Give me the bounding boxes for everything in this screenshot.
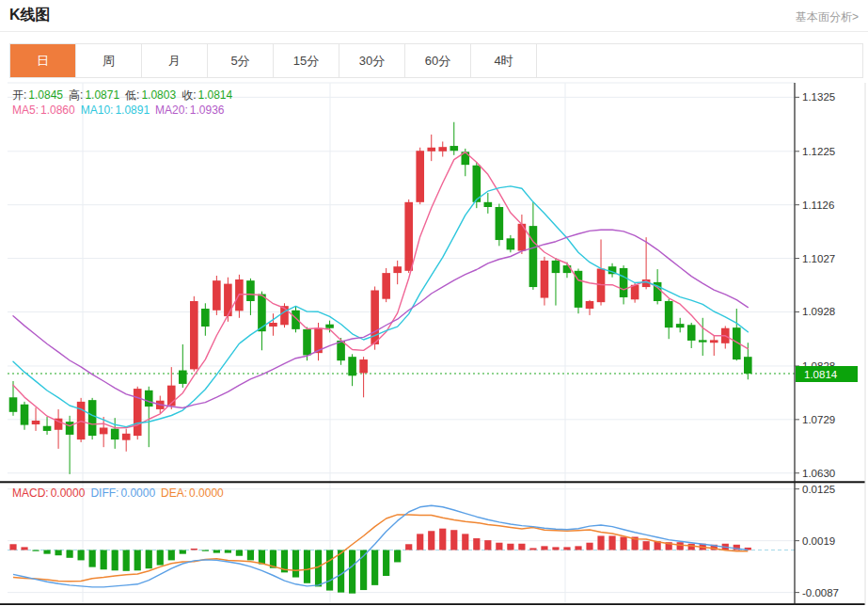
kline-chart-panel[interactable]: 1.13251.12251.11261.10271.09281.08281.07… bbox=[0, 79, 868, 606]
macd-bar bbox=[473, 538, 480, 550]
main-axis-label: 1.1325 bbox=[802, 91, 835, 103]
candle-body bbox=[21, 405, 29, 425]
macd-bar bbox=[67, 550, 73, 558]
last-price-badge-value: 1.0814 bbox=[804, 369, 838, 380]
macd-bar bbox=[586, 543, 592, 550]
readout-value: 1.0845 bbox=[28, 88, 63, 102]
tab-4时[interactable]: 4时 bbox=[471, 44, 537, 77]
candle-body bbox=[9, 397, 18, 412]
readout-label: 低: bbox=[125, 88, 139, 102]
macd-bar bbox=[157, 550, 164, 566]
chart-canvas[interactable]: 1.13251.12251.11261.10271.09281.08281.07… bbox=[0, 79, 868, 606]
panel-divider bbox=[0, 481, 865, 483]
readout-label: 高: bbox=[69, 88, 83, 102]
readout-value: 0.0000 bbox=[189, 486, 224, 500]
macd-bar bbox=[202, 550, 209, 551]
page-title: K线图 bbox=[9, 6, 51, 25]
readout-value: 1.0936 bbox=[190, 104, 225, 117]
macd-readout: MACD:0.0000DIFF:0.0000DEA:0.0000 bbox=[12, 486, 229, 500]
candle-body bbox=[100, 427, 108, 434]
macd-bar bbox=[43, 550, 50, 554]
macd-axis-label: 0.0125 bbox=[802, 484, 835, 495]
macd-bar bbox=[563, 547, 570, 550]
candle-body bbox=[404, 202, 413, 271]
tab-月[interactable]: 月 bbox=[142, 44, 208, 77]
macd-bar bbox=[247, 550, 254, 561]
tab-60分[interactable]: 60分 bbox=[405, 44, 471, 77]
candle-body bbox=[348, 357, 356, 375]
macd-bar bbox=[507, 544, 513, 550]
macd-bar bbox=[78, 550, 85, 561]
macd-bar bbox=[9, 544, 16, 550]
candle-body bbox=[145, 391, 153, 407]
macd-bar bbox=[677, 542, 684, 550]
tab-5分[interactable]: 5分 bbox=[208, 44, 274, 77]
macd-bar bbox=[101, 550, 107, 570]
candle-body bbox=[134, 389, 142, 436]
readout-label: MA10: bbox=[81, 104, 114, 117]
macd-bar bbox=[575, 546, 581, 550]
candle-body bbox=[450, 146, 458, 151]
candle-body bbox=[224, 284, 232, 316]
macd-bar bbox=[383, 550, 389, 576]
candle-body bbox=[32, 421, 40, 424]
macd-bar bbox=[518, 544, 525, 550]
main-axis-label: 1.1225 bbox=[802, 146, 835, 157]
candle-body bbox=[699, 340, 707, 342]
tab-30分[interactable]: 30分 bbox=[339, 44, 405, 77]
tab-日[interactable]: 日 bbox=[10, 44, 76, 77]
interval-tabbar: 日周月5分15分30分60分4时 bbox=[9, 43, 863, 78]
candle-body bbox=[246, 280, 255, 301]
candle-body bbox=[676, 324, 685, 327]
candle-body bbox=[620, 268, 628, 297]
candle-body bbox=[665, 301, 673, 327]
macd-bar bbox=[462, 534, 468, 550]
candle-body bbox=[201, 309, 210, 327]
candle-body bbox=[337, 341, 345, 360]
candle-body bbox=[292, 311, 300, 329]
readout-label: 收: bbox=[181, 88, 196, 102]
macd-bar bbox=[405, 544, 412, 550]
ma20-line bbox=[13, 230, 748, 407]
candle-body bbox=[325, 325, 334, 328]
candle-body bbox=[416, 151, 424, 202]
macd-bar bbox=[484, 540, 491, 550]
candle-body bbox=[303, 329, 311, 356]
macd-bar bbox=[134, 550, 141, 571]
macd-bar bbox=[496, 543, 502, 550]
candle-body bbox=[507, 238, 515, 249]
readout-label: 开: bbox=[12, 88, 26, 102]
candle-body bbox=[382, 273, 390, 299]
readout-label: MA20: bbox=[155, 104, 188, 117]
candle-body bbox=[631, 285, 639, 300]
candle-body bbox=[529, 226, 538, 287]
readout-label: DIFF: bbox=[90, 486, 118, 500]
candle-body bbox=[427, 148, 435, 152]
candle-body bbox=[438, 147, 447, 152]
tab-15分[interactable]: 15分 bbox=[274, 44, 339, 77]
macd-axis-label: 0.0019 bbox=[802, 535, 835, 547]
candle-body bbox=[687, 325, 696, 341]
candle-body bbox=[541, 261, 549, 298]
macd-bar bbox=[123, 550, 130, 571]
macd-bar bbox=[439, 529, 446, 550]
macd-bar bbox=[338, 550, 344, 593]
candle-body bbox=[597, 269, 606, 303]
candle-body bbox=[43, 426, 52, 431]
candle-body bbox=[111, 429, 119, 439]
macd-bar bbox=[191, 549, 197, 550]
fundamental-analysis-link[interactable]: 基本面分析> bbox=[796, 9, 859, 25]
candle-body bbox=[66, 422, 74, 435]
candle-body bbox=[213, 280, 221, 311]
macd-bar bbox=[608, 535, 615, 550]
macd-bar bbox=[394, 550, 401, 563]
tab-周[interactable]: 周 bbox=[76, 44, 142, 77]
macd-bar bbox=[428, 531, 434, 550]
readout-value: 1.0814 bbox=[197, 88, 232, 102]
macd-bar bbox=[180, 550, 186, 554]
candle-body bbox=[484, 202, 493, 207]
macd-bar bbox=[304, 550, 310, 583]
ma10-line bbox=[13, 186, 748, 427]
candle-body bbox=[122, 434, 131, 440]
macd-bar bbox=[225, 550, 231, 553]
